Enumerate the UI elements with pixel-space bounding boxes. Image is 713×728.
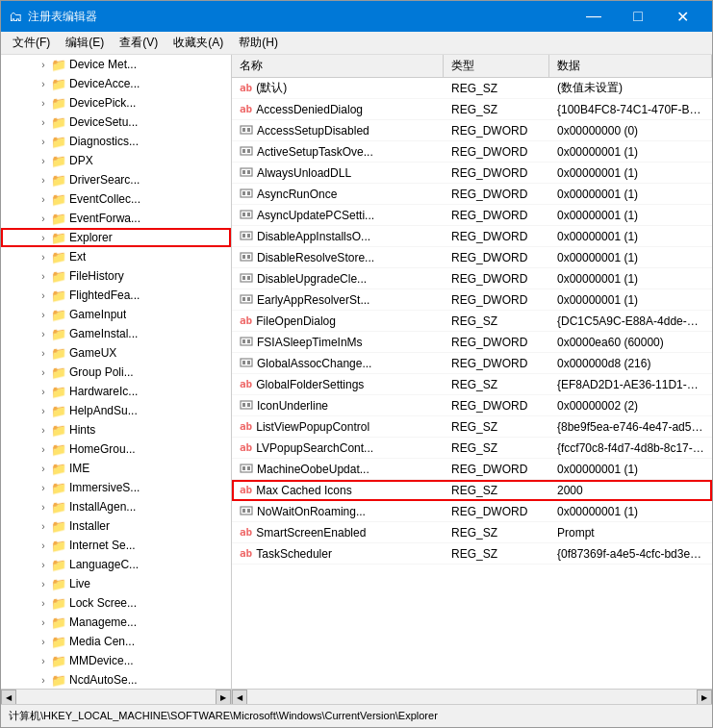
left-hscroll[interactable]: ◀ ▶ [1, 690, 232, 704]
table-row[interactable]: abMax Cached IconsREG_SZ2000 [232, 480, 712, 501]
tree-item-label: Manageme... [69, 615, 137, 629]
ab-icon: ab [240, 484, 252, 496]
tree-item[interactable]: ›📁Manageme... [1, 613, 231, 632]
tree-item[interactable]: ›📁DeviceAcce... [1, 74, 231, 93]
table-row[interactable]: AsyncRunOnceREG_DWORD0x00000001 (1) [232, 184, 712, 205]
right-hscroll[interactable]: ◀ ▶ [232, 690, 712, 704]
registry-panel: 名称 类型 数据 ab(默认)REG_SZ(数值未设置)abAccessDeni… [232, 55, 712, 689]
tree-arrow-icon: › [36, 271, 51, 282]
table-row[interactable]: abSmartScreenEnabledREG_SZPrompt [232, 522, 712, 543]
tree-item[interactable]: ›📁Lock Scree... [1, 593, 231, 613]
tree-item[interactable]: ›📁Live [1, 574, 231, 593]
folder-icon: 📁 [51, 365, 66, 380]
scroll-left-btn2[interactable]: ◀ [232, 690, 247, 705]
registry-table[interactable]: ab(默认)REG_SZ(数值未设置)abAccessDeniedDialogR… [232, 78, 712, 689]
svg-rect-38 [247, 466, 250, 470]
reg-data-cell: {EF8AD2D1-AE36-11D1-B2D2-00609... [549, 376, 712, 393]
dword-icon [240, 462, 253, 477]
table-row[interactable]: IconUnderlineREG_DWORD0x00000002 (2) [232, 395, 712, 416]
tree-arrow-icon: › [36, 175, 51, 186]
tree-item[interactable]: ›📁IME [1, 459, 231, 478]
table-row[interactable]: DisableUpgradeCle...REG_DWORD0x00000001 … [232, 268, 712, 289]
tree-item[interactable]: ›📁DevicePick... [1, 93, 231, 113]
tree-item[interactable]: ›📁GameInput [1, 305, 231, 324]
tree-item-label: Explorer [69, 231, 113, 244]
tree-item[interactable]: ›📁Explorer [1, 228, 231, 247]
svg-rect-34 [242, 403, 245, 407]
menu-item[interactable]: 文件(F) [5, 33, 58, 53]
tree-item[interactable]: ›📁FileHistory [1, 266, 231, 286]
table-row[interactable]: EarlyAppResolverSt...REG_DWORD0x00000001… [232, 289, 712, 311]
column-headers: 名称 类型 数据 [232, 55, 712, 78]
tree-item[interactable]: ›📁NcdAutoSe... [1, 670, 231, 689]
tree-item[interactable]: ›📁Diagnostics... [1, 132, 231, 151]
col-header-name[interactable]: 名称 [232, 55, 444, 77]
table-row[interactable]: GlobalAssocChange...REG_DWORD0x000000d8 … [232, 353, 712, 374]
table-row[interactable]: FSIASleepTimeInMsREG_DWORD0x0000ea60 (60… [232, 332, 712, 353]
reg-type-cell: REG_DWORD [444, 228, 549, 245]
tree-item[interactable]: ›📁HardwareIc... [1, 382, 231, 401]
minimize-button[interactable]: — [572, 1, 616, 32]
tree-item-label: Internet Se... [69, 539, 136, 552]
table-row[interactable]: AccessSetupDisabledREG_DWORD0x00000000 (… [232, 120, 712, 141]
tree-item[interactable]: ›📁Hints [1, 420, 231, 439]
scroll-right-btn[interactable]: ▶ [216, 690, 231, 705]
menu-item[interactable]: 编辑(E) [58, 33, 112, 53]
table-row[interactable]: abAccessDeniedDialogREG_SZ{100B4FC8-74C1… [232, 99, 712, 120]
maximize-button[interactable]: □ [616, 1, 660, 32]
table-row[interactable]: abListViewPopupControlREG_SZ{8be9f5ea-e7… [232, 416, 712, 438]
tree-item[interactable]: ›📁FlightedFea... [1, 286, 231, 305]
table-row[interactable]: NoWaitOnRoaming...REG_DWORD0x00000001 (1… [232, 501, 712, 522]
reg-type-cell: REG_DWORD [444, 122, 549, 139]
tree-item[interactable]: ›📁ImmersiveS... [1, 478, 231, 497]
menu-item[interactable]: 帮助(H) [231, 33, 286, 53]
folder-icon: 📁 [51, 635, 66, 649]
tree-item[interactable]: ›📁LanguageC... [1, 555, 231, 574]
tree-item[interactable]: ›📁Ext [1, 247, 231, 266]
reg-name-cell: EarlyAppResolverSt... [232, 290, 444, 310]
tree-item[interactable]: ›📁EventForwa... [1, 209, 231, 228]
reg-type-cell: REG_DWORD [444, 249, 549, 266]
tree-item[interactable]: ›📁Media Cen... [1, 632, 231, 651]
tree-item[interactable]: ›📁InstallAgen... [1, 497, 231, 516]
tree-item[interactable]: ›📁Internet Se... [1, 536, 231, 555]
scroll-right-btn2[interactable]: ▶ [697, 690, 712, 705]
menu-item[interactable]: 查看(V) [112, 33, 166, 53]
table-row[interactable]: AsyncUpdatePCSetti...REG_DWORD0x00000001… [232, 205, 712, 226]
table-row[interactable]: DisableAppInstallsO...REG_DWORD0x0000000… [232, 226, 712, 247]
table-row[interactable]: ab(默认)REG_SZ(数值未设置) [232, 78, 712, 99]
menu-item[interactable]: 收藏夹(A) [166, 33, 231, 53]
dword-icon [240, 123, 253, 138]
svg-rect-7 [242, 170, 245, 174]
tree-panel[interactable]: ›📁Device Met...›📁DeviceAcce...›📁DevicePi… [1, 55, 232, 689]
tree-item[interactable]: ›📁Device Met... [1, 55, 231, 74]
table-row[interactable]: abLVPopupSearchCont...REG_SZ{fccf70c8-f4… [232, 438, 712, 459]
col-header-type[interactable]: 类型 [444, 55, 549, 77]
table-row[interactable]: MachineOobeUpdat...REG_DWORD0x00000001 (… [232, 459, 712, 480]
tree-item[interactable]: ›📁DeviceSetu... [1, 113, 231, 132]
table-row[interactable]: DisableResolveStore...REG_DWORD0x0000000… [232, 247, 712, 268]
tree-item[interactable]: ›📁EventCollec... [1, 189, 231, 209]
tree-item[interactable]: ›📁Installer [1, 516, 231, 536]
tree-item[interactable]: ›📁MMDevice... [1, 651, 231, 670]
scroll-track-left[interactable] [16, 690, 216, 704]
tree-item[interactable]: ›📁HomeGrou... [1, 439, 231, 459]
scroll-left-btn[interactable]: ◀ [1, 690, 16, 705]
tree-item[interactable]: ›📁DriverSearc... [1, 170, 231, 189]
col-header-data[interactable]: 数据 [549, 55, 712, 77]
close-button[interactable]: ✕ [660, 1, 704, 32]
tree-item-label: Live [69, 577, 90, 590]
tree-item[interactable]: ›📁DPX [1, 151, 231, 170]
tree-item[interactable]: ›📁HelpAndSu... [1, 401, 231, 420]
tree-item[interactable]: ›📁GameUX [1, 343, 231, 363]
table-row[interactable]: ActiveSetupTaskOve...REG_DWORD0x00000001… [232, 141, 712, 163]
horizontal-scrollbar[interactable]: ◀ ▶ ◀ ▶ [1, 689, 712, 704]
tree-item[interactable]: ›📁GameInstal... [1, 324, 231, 343]
table-row[interactable]: abTaskSchedulerREG_SZ{0f87369f-a4e5-4cfc… [232, 543, 712, 565]
scroll-track-right[interactable] [247, 690, 697, 704]
reg-name-text: TaskScheduler [256, 547, 332, 561]
tree-item[interactable]: ›📁Group Poli... [1, 363, 231, 382]
table-row[interactable]: AlwaysUnloadDLLREG_DWORD0x00000001 (1) [232, 163, 712, 184]
table-row[interactable]: abFileOpenDialogREG_SZ{DC1C5A9C-E88A-4dd… [232, 311, 712, 332]
table-row[interactable]: abGlobalFolderSettingsREG_SZ{EF8AD2D1-AE… [232, 374, 712, 395]
